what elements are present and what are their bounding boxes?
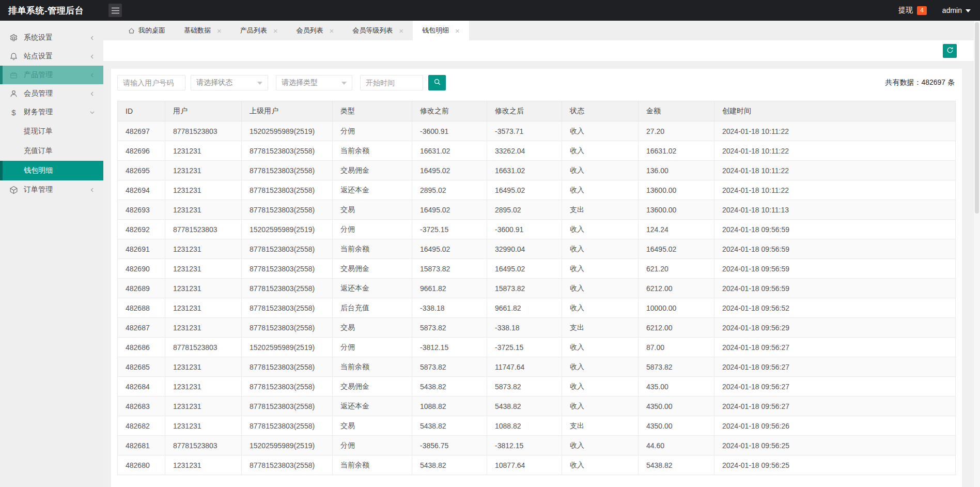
select-caret-icon <box>257 82 262 85</box>
content-area: 我的桌面 基础数据 × 产品列表 × 会员列表 × 会员等级列表 × 钱包明细 … <box>103 21 980 487</box>
scrollbar[interactable] <box>974 21 980 487</box>
table-cell: 87781523803(2558) <box>242 161 333 180</box>
table-cell: 124.24 <box>639 220 714 239</box>
table-cell: 交易 <box>333 318 412 338</box>
refresh-button[interactable] <box>943 44 957 58</box>
table-cell: 87781523803(2558) <box>242 318 333 338</box>
sidebar-item-finance-management[interactable]: $ 财务管理 <box>0 103 103 121</box>
column-header-user: 用户 <box>165 101 242 121</box>
type-select-value: 请选择类型 <box>282 78 318 87</box>
table-cell: -3725.15 <box>487 338 562 357</box>
table-cell: 收入 <box>562 180 639 200</box>
tab-close-icon[interactable]: × <box>455 27 460 35</box>
tab-member-list[interactable]: 会员列表 × <box>287 21 344 40</box>
sidebar-item-withdraw-orders[interactable]: 提现订单 <box>0 121 103 141</box>
app-title: 排单系统-管理后台 <box>0 5 103 17</box>
table-row: 4826928778152380315202595989(2519)分佣-372… <box>118 220 956 239</box>
column-header-id: ID <box>118 101 165 121</box>
table-cell: 6212.00 <box>639 279 714 298</box>
table-cell: 1231231 <box>165 357 242 377</box>
table-cell: 87781523803(2558) <box>242 180 333 200</box>
sidebar-item-site-settings[interactable]: 站点设置 <box>0 47 103 66</box>
sidebar-item-system-settings[interactable]: 系统设置 <box>0 28 103 47</box>
table-cell: 收入 <box>562 121 639 141</box>
table-cell: 收入 <box>562 357 639 377</box>
sidebar-item-product-management[interactable]: 产品管理 <box>0 66 103 84</box>
tab-my-desktop[interactable]: 我的桌面 <box>119 21 175 40</box>
table-cell: 11747.64 <box>487 357 562 377</box>
table-cell: 15202595989(2519) <box>242 220 333 239</box>
table-row: 482696123123187781523803(2558)当前余额16631.… <box>118 141 956 161</box>
tab-label: 钱包明细 <box>422 26 449 35</box>
table-cell: 482689 <box>118 279 165 298</box>
table-cell: 2024-01-18 09:56:59 <box>714 279 956 298</box>
table-cell: 482694 <box>118 180 165 200</box>
table-cell: 当前余额 <box>333 239 412 259</box>
table-cell: 9661.82 <box>487 298 562 318</box>
menu-toggle-button[interactable] <box>108 4 122 17</box>
table-cell: 87781523803 <box>165 436 242 455</box>
start-time-input[interactable] <box>360 75 423 90</box>
tab-close-icon[interactable]: × <box>399 27 403 35</box>
tab-label: 会员等级列表 <box>352 26 393 35</box>
tab-close-icon[interactable]: × <box>330 27 334 35</box>
tab-wallet-details[interactable]: 钱包明细 × <box>413 21 469 40</box>
table-cell: 1231231 <box>165 239 242 259</box>
sidebar-item-label: 财务管理 <box>24 108 89 117</box>
table-cell: 1231231 <box>165 377 242 397</box>
table-cell: 2024-01-18 09:56:59 <box>714 259 956 279</box>
table-cell: 5873.82 <box>412 318 487 338</box>
sidebar-item-member-management[interactable]: 会员管理 <box>0 84 103 103</box>
tab-close-icon[interactable]: × <box>217 27 222 35</box>
table-cell: 1231231 <box>165 161 242 180</box>
search-button[interactable] <box>428 75 446 90</box>
table-cell: 分佣 <box>333 121 412 141</box>
table-cell: 87781523803(2558) <box>242 239 333 259</box>
table-cell: 返还本金 <box>333 180 412 200</box>
sidebar-item-label: 产品管理 <box>24 70 89 80</box>
table-cell: 收入 <box>562 161 639 180</box>
table-cell: 9661.82 <box>412 279 487 298</box>
type-select[interactable]: 请选择类型 <box>276 75 352 90</box>
table-cell: 1231231 <box>165 416 242 436</box>
table-cell: 5438.82 <box>412 416 487 436</box>
scrollbar-thumb[interactable] <box>975 22 979 214</box>
table-cell: 16495.02 <box>639 239 714 259</box>
sidebar-item-order-management[interactable]: 订单管理 <box>0 180 103 199</box>
sidebar-item-wallet-details[interactable]: 钱包明细 <box>0 161 103 180</box>
table-cell: 4350.00 <box>639 397 714 416</box>
column-header-created-at: 创建时间 <box>714 101 956 121</box>
table-cell: -3573.71 <box>487 121 562 141</box>
table-cell: 16495.02 <box>412 161 487 180</box>
chevron-left-icon <box>89 91 95 97</box>
table-cell: 1231231 <box>165 141 242 161</box>
cube-icon <box>9 186 18 194</box>
table-cell: 16495.02 <box>412 200 487 220</box>
table-cell: 2024-01-18 09:56:26 <box>714 416 956 436</box>
table-cell: 87781523803(2558) <box>242 141 333 161</box>
status-select[interactable]: 请选择状态 <box>191 75 268 90</box>
toolbar <box>103 40 980 61</box>
table-cell: 87781523803 <box>165 121 242 141</box>
sidebar-item-recharge-orders[interactable]: 充值订单 <box>0 141 103 161</box>
tab-member-level-list[interactable]: 会员等级列表 × <box>343 21 413 40</box>
table-cell: 13600.00 <box>639 200 714 220</box>
withdraw-notice[interactable]: 提现 4 <box>898 6 927 15</box>
table-cell: 1231231 <box>165 397 242 416</box>
chevron-left-icon <box>89 72 95 78</box>
user-number-input[interactable] <box>117 75 185 90</box>
table-cell: 收入 <box>562 455 639 475</box>
table-cell: 482690 <box>118 259 165 279</box>
dollar-icon: $ <box>9 108 18 117</box>
sidebar-item-label: 站点设置 <box>24 52 89 61</box>
tab-product-list[interactable]: 产品列表 × <box>231 21 287 40</box>
table-cell: -338.18 <box>487 318 562 338</box>
table-cell: 1088.82 <box>412 397 487 416</box>
table-row: 482682123123187781523803(2558)交易5438.821… <box>118 416 956 436</box>
tab-basic-data[interactable]: 基础数据 × <box>175 21 231 40</box>
table-cell: 87781523803(2558) <box>242 377 333 397</box>
table-cell: 分佣 <box>333 436 412 455</box>
tab-close-icon[interactable]: × <box>273 27 278 35</box>
user-menu[interactable]: admin <box>942 6 971 14</box>
table-cell: 收入 <box>562 338 639 357</box>
